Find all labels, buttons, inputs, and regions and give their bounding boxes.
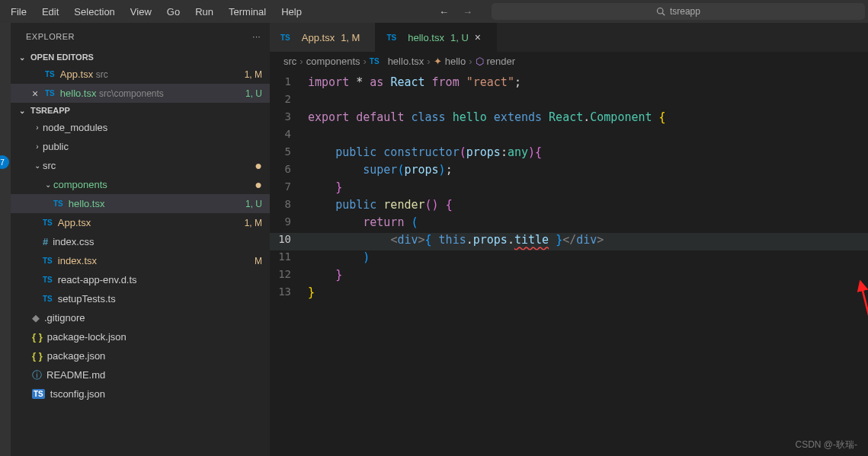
breadcrumb-class[interactable]: hello (445, 56, 466, 67)
search-icon (656, 7, 665, 16)
menu-view[interactable]: View (123, 3, 159, 21)
file-tree-item[interactable]: TSApp.tsx1, M (11, 213, 270, 232)
code-line[interactable]: 2 (270, 93, 868, 110)
menu-file[interactable]: File (3, 3, 34, 21)
ts-icon: TS (370, 57, 380, 65)
explorer-title: EXPLORER (26, 32, 75, 41)
menu-run[interactable]: Run (187, 3, 221, 21)
class-icon: ✦ (434, 56, 442, 67)
svg-line-1 (662, 13, 665, 15)
file-tree-item[interactable]: TShello.tsx1, U (11, 194, 270, 213)
file-tree-item[interactable]: { }package.json (11, 346, 270, 365)
code-line[interactable]: 5 public constructor(props:any){ (270, 145, 868, 163)
code-line[interactable]: 12 } (270, 268, 868, 285)
file-tree-item[interactable]: ⓘREADME.md (11, 365, 270, 384)
open-editors-section[interactable]: ⌄ OPEN EDITORS (11, 49, 270, 65)
file-tree-item[interactable]: #index.css (11, 232, 270, 251)
code-line[interactable]: 6 super(props); (270, 163, 868, 180)
breadcrumb-src[interactable]: src (283, 56, 296, 67)
chevron-down-icon: ⌄ (17, 53, 27, 62)
editor-tab[interactable]: TShello.tsx 1, U× (376, 23, 497, 52)
menu-help[interactable]: Help (274, 3, 309, 21)
code-line[interactable]: 7 } (270, 180, 868, 198)
watermark: CSDN @-耿瑞- (795, 438, 857, 451)
editor-area: TSApp.tsx 1, MTShello.tsx 1, U× src › co… (270, 23, 868, 456)
file-tree-item[interactable]: ›node_modules (11, 118, 270, 137)
svg-point-0 (657, 8, 663, 14)
method-icon: ⬡ (476, 56, 484, 67)
code-line[interactable]: 3export default class hello extends Reac… (270, 110, 868, 128)
code-editor[interactable]: 1import * as React from "react";23export… (270, 71, 868, 303)
breadcrumbs[interactable]: src › components › TS hello.tsx › ✦ hell… (270, 52, 868, 71)
search-placeholder: tsreapp (670, 6, 700, 17)
file-tree-item[interactable]: TSreact-app-env.d.ts (11, 270, 270, 289)
open-editor-item[interactable]: TSApp.tsx src1, M (11, 65, 270, 84)
file-tree-item[interactable]: ›public (11, 137, 270, 156)
sidebar: EXPLORER ··· ⌄ OPEN EDITORS TSApp.tsx sr… (11, 23, 270, 456)
code-line[interactable]: 4 (270, 128, 868, 145)
breadcrumb-components[interactable]: components (306, 56, 360, 67)
menu-edit[interactable]: Edit (34, 3, 66, 21)
more-icon[interactable]: ··· (252, 32, 261, 41)
file-tree-item[interactable]: { }package-lock.json (11, 327, 270, 346)
code-line[interactable]: 8 public render() { (270, 198, 868, 215)
editor-tab[interactable]: TSApp.tsx 1, M (270, 23, 376, 52)
editor-tabs: TSApp.tsx 1, MTShello.tsx 1, U× (270, 23, 868, 52)
file-tree-item[interactable]: TStsconfig.json (11, 384, 270, 403)
chevron-down-icon: ⌄ (17, 107, 27, 115)
breadcrumb-method[interactable]: render (487, 56, 516, 67)
breadcrumb-file[interactable]: hello.tsx (388, 56, 424, 67)
scm-badge[interactable]: 7 (0, 155, 9, 169)
nav-arrows: ← → (439, 6, 472, 18)
nav-forward-icon[interactable]: → (463, 6, 472, 18)
menubar: File Edit Selection View Go Run Terminal… (0, 0, 868, 23)
file-tree-item[interactable]: ⌄src● (11, 156, 270, 175)
code-line[interactable]: 13} (270, 285, 868, 303)
project-section[interactable]: ⌄ TSREAPP (11, 103, 270, 118)
open-editor-item[interactable]: ×TShello.tsx src\components1, U (11, 84, 270, 103)
code-line[interactable]: 9 return ( (270, 215, 868, 233)
code-line[interactable]: 11 ) (270, 250, 868, 268)
file-tree-item[interactable]: TSindex.tsxM (11, 251, 270, 270)
menu-selection[interactable]: Selection (66, 3, 122, 21)
menu-terminal[interactable]: Terminal (221, 3, 274, 21)
file-tree-item[interactable]: ⌄components● (11, 175, 270, 194)
nav-back-icon[interactable]: ← (439, 6, 449, 18)
file-tree-item[interactable]: ◆.gitignore (11, 308, 270, 327)
menu-go[interactable]: Go (159, 3, 187, 21)
command-search[interactable]: tsreapp (492, 3, 865, 20)
code-line[interactable]: 1import * as React from "react"; (270, 75, 868, 93)
activity-bar: 7 (0, 23, 11, 456)
code-line[interactable]: 10 <div>{ this.props.title }</div> (270, 233, 868, 250)
menu-items: File Edit Selection View Go Run Terminal… (3, 3, 309, 21)
explorer-header: EXPLORER ··· (11, 23, 270, 49)
file-tree-item[interactable]: TSsetupTests.ts (11, 289, 270, 308)
